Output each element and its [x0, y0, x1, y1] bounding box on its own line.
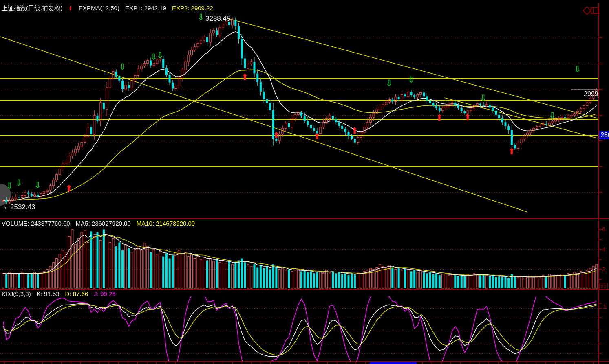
- grid-window-icon-bar: [593, 8, 594, 13]
- sell-signal-icon: ⇩: [197, 12, 205, 22]
- sell-signal-icon: ⇩: [408, 75, 415, 85]
- chart-canvas[interactable]: [0, 0, 609, 364]
- sell-signal-icon: ⇩: [386, 78, 393, 88]
- volume-multiplier-label: X1: [599, 284, 608, 290]
- grid-window-icon[interactable]: [591, 7, 598, 14]
- kdj-header: KDJ(9,3,3)K: 91.53D: 87.66J: 99.26: [2, 291, 121, 298]
- kdj-axis-label: 1: [603, 303, 607, 310]
- kdj-j-value: J: 99.26: [94, 290, 115, 297]
- volume-value: VOLUME: 243377760.00: [2, 220, 70, 227]
- volume-axis-label-2: 2: [602, 266, 605, 273]
- last-price-tag: 2999: [584, 90, 598, 98]
- sell-signal-icon: ⇩: [574, 64, 581, 74]
- sell-signal-icon: ⇩: [34, 180, 42, 190]
- indicator-name: EXPMA(12,50): [79, 4, 119, 11]
- sell-signal-icon: ⇩: [549, 111, 556, 121]
- alert-price-tag: 280: [599, 131, 609, 139]
- instrument-title: 上证指数(日线.前复权): [2, 4, 62, 11]
- low-price-label: ←2532.43: [3, 204, 35, 211]
- kdj-name: KDJ(9,3,3): [2, 290, 31, 297]
- up-arrow-icon: ⬆: [68, 5, 73, 11]
- buy-signal-icon: ⬆: [66, 184, 73, 193]
- buy-signal-icon: ⬆: [313, 132, 321, 141]
- buy-signal-icon: ⬆: [241, 72, 249, 82]
- sell-signal-icon: ⇩: [480, 93, 487, 103]
- volume-ma5-value: MA5: 236027920.00: [76, 220, 131, 227]
- volume-axis-label-4: 4: [602, 246, 605, 253]
- buy-signal-icon: ⬆: [508, 147, 515, 156]
- sell-signal-icon: ⇩: [6, 181, 13, 191]
- buy-signal-icon: ⬆: [464, 112, 472, 122]
- kdj-k-value: K: 91.53: [37, 290, 60, 297]
- buy-signal-icon: ⬆: [436, 113, 443, 123]
- volume-ma10-value: MA10: 214673920.00: [137, 220, 195, 227]
- exp1-value: EXP1: 2942.19: [125, 4, 166, 11]
- main-chart-header: 上证指数(日线.前复权)⬆EXPMA(12,50)EXP1: 2942.19EX…: [2, 5, 219, 12]
- buy-signal-icon: ⬆: [351, 126, 358, 136]
- exp2-value: EXP2: 2909.22: [172, 4, 213, 11]
- sell-signal-icon: ⇩: [15, 178, 23, 188]
- sell-signal-icon: ⇩: [157, 50, 164, 60]
- buy-signal-icon: ⬆: [273, 130, 280, 140]
- volume-header: VOLUME: 243377760.00MA5: 236027920.00MA1…: [2, 220, 201, 227]
- volume-axis-label-6: 6: [602, 226, 605, 233]
- kdj-d-value: D: 87.66: [65, 290, 88, 297]
- sell-signal-icon: ⇩: [119, 62, 126, 72]
- stock-chart-window: 上证指数(日线.前复权)⬆EXPMA(12,50)EXP1: 2942.19EX…: [0, 0, 609, 364]
